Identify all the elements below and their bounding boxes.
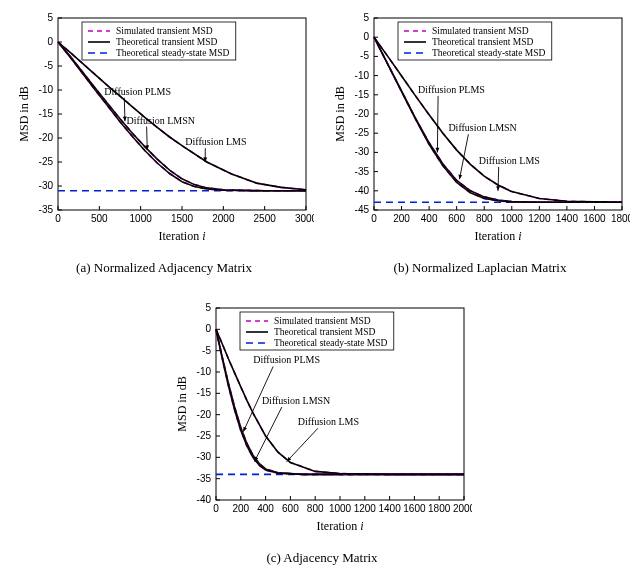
svg-text:0: 0 — [213, 503, 219, 514]
svg-marker-113 — [496, 186, 500, 191]
svg-text:-35: -35 — [197, 473, 212, 484]
svg-text:0: 0 — [371, 213, 377, 224]
svg-text:-10: -10 — [39, 84, 54, 95]
svg-text:Diffusion LMS: Diffusion LMS — [479, 155, 540, 166]
svg-text:-40: -40 — [197, 494, 212, 505]
svg-text:-15: -15 — [355, 89, 370, 100]
svg-text:1200: 1200 — [528, 213, 551, 224]
svg-marker-107 — [435, 148, 439, 153]
caption-a: (a) Normalized Adjacency Matrix — [14, 260, 314, 276]
svg-line-109 — [459, 134, 468, 179]
svg-text:2000: 2000 — [453, 503, 472, 514]
svg-text:5: 5 — [205, 302, 211, 313]
svg-text:Iteration i: Iteration i — [475, 229, 522, 243]
svg-text:400: 400 — [421, 213, 438, 224]
svg-text:0: 0 — [205, 323, 211, 334]
svg-text:-10: -10 — [355, 70, 370, 81]
svg-text:-5: -5 — [44, 60, 53, 71]
svg-text:200: 200 — [232, 503, 249, 514]
svg-text:200: 200 — [393, 213, 410, 224]
svg-text:-25: -25 — [197, 430, 212, 441]
svg-text:0: 0 — [47, 36, 53, 47]
svg-text:Theoretical steady-state MSD: Theoretical steady-state MSD — [116, 48, 230, 58]
svg-text:-30: -30 — [197, 451, 212, 462]
svg-line-106 — [437, 96, 438, 153]
svg-line-171 — [254, 407, 281, 462]
chart-svg-c: 0200400600800100012001400160018002000-40… — [172, 298, 472, 538]
svg-text:-25: -25 — [355, 127, 370, 138]
svg-text:Simulated transient MSD: Simulated transient MSD — [116, 26, 213, 36]
svg-text:3000: 3000 — [295, 213, 314, 224]
svg-text:Theoretical transient MSD: Theoretical transient MSD — [116, 37, 217, 47]
svg-text:600: 600 — [282, 503, 299, 514]
svg-text:Theoretical transient MSD: Theoretical transient MSD — [432, 37, 533, 47]
svg-text:-25: -25 — [39, 156, 54, 167]
svg-text:Diffusion PLMS: Diffusion PLMS — [104, 86, 171, 97]
svg-text:500: 500 — [91, 213, 108, 224]
chart-svg-b: 020040060080010001200140016001800-45-40-… — [330, 8, 630, 248]
svg-text:Iteration i: Iteration i — [159, 229, 206, 243]
svg-text:Theoretical steady-state MSD: Theoretical steady-state MSD — [274, 338, 388, 348]
svg-text:MSD in dB: MSD in dB — [175, 376, 189, 431]
svg-text:0: 0 — [363, 31, 369, 42]
svg-text:5: 5 — [47, 12, 53, 23]
svg-text:-20: -20 — [355, 108, 370, 119]
svg-text:600: 600 — [448, 213, 465, 224]
svg-text:MSD in dB: MSD in dB — [17, 86, 31, 141]
svg-text:-10: -10 — [197, 366, 212, 377]
svg-text:-5: -5 — [202, 345, 211, 356]
svg-text:800: 800 — [476, 213, 493, 224]
chart-panel-c: 0200400600800100012001400160018002000-40… — [172, 298, 472, 538]
svg-text:1600: 1600 — [583, 213, 606, 224]
svg-text:Diffusion PLMS: Diffusion PLMS — [418, 84, 485, 95]
svg-text:Diffusion LMS: Diffusion LMS — [298, 416, 359, 427]
caption-c: (c) Adjacency Matrix — [172, 550, 472, 566]
svg-text:1500: 1500 — [171, 213, 194, 224]
svg-text:800: 800 — [307, 503, 324, 514]
svg-text:5: 5 — [363, 12, 369, 23]
chart-panel-a: 050010001500200025003000-35-30-25-20-15-… — [14, 8, 314, 248]
svg-text:1400: 1400 — [378, 503, 401, 514]
caption-b: (b) Normalized Laplacian Matrix — [330, 260, 630, 276]
svg-text:1400: 1400 — [556, 213, 579, 224]
svg-text:-40: -40 — [355, 185, 370, 196]
chart-svg-a: 050010001500200025003000-35-30-25-20-15-… — [14, 8, 314, 248]
svg-text:-45: -45 — [355, 204, 370, 215]
svg-text:Diffusion LMSN: Diffusion LMSN — [127, 115, 195, 126]
svg-marker-110 — [458, 174, 462, 179]
svg-text:1000: 1000 — [329, 503, 352, 514]
svg-text:-35: -35 — [39, 204, 54, 215]
svg-text:1800: 1800 — [428, 503, 451, 514]
svg-line-174 — [287, 428, 318, 461]
svg-text:-35: -35 — [355, 166, 370, 177]
svg-text:Iteration i: Iteration i — [317, 519, 364, 533]
svg-text:1600: 1600 — [403, 503, 426, 514]
svg-text:Theoretical steady-state MSD: Theoretical steady-state MSD — [432, 48, 546, 58]
svg-text:Diffusion LMSN: Diffusion LMSN — [448, 122, 516, 133]
svg-text:-5: -5 — [360, 50, 369, 61]
svg-text:-20: -20 — [197, 409, 212, 420]
svg-text:-20: -20 — [39, 132, 54, 143]
svg-text:0: 0 — [55, 213, 61, 224]
svg-text:400: 400 — [257, 503, 274, 514]
svg-text:1000: 1000 — [130, 213, 153, 224]
svg-text:-30: -30 — [39, 180, 54, 191]
svg-text:Diffusion LMS: Diffusion LMS — [185, 136, 246, 147]
svg-text:1800: 1800 — [611, 213, 630, 224]
svg-text:Diffusion PLMS: Diffusion PLMS — [253, 354, 320, 365]
svg-text:-15: -15 — [197, 387, 212, 398]
svg-text:Simulated transient MSD: Simulated transient MSD — [432, 26, 529, 36]
svg-text:Theoretical transient MSD: Theoretical transient MSD — [274, 327, 375, 337]
svg-text:2500: 2500 — [254, 213, 277, 224]
svg-text:MSD in dB: MSD in dB — [333, 86, 347, 141]
svg-text:1000: 1000 — [501, 213, 524, 224]
svg-text:1200: 1200 — [354, 503, 377, 514]
chart-panel-b: 020040060080010001200140016001800-45-40-… — [330, 8, 630, 248]
svg-text:Diffusion LMSN: Diffusion LMSN — [262, 395, 330, 406]
svg-text:2000: 2000 — [212, 213, 235, 224]
svg-text:Simulated transient MSD: Simulated transient MSD — [274, 316, 371, 326]
svg-text:-30: -30 — [355, 146, 370, 157]
svg-text:-15: -15 — [39, 108, 54, 119]
